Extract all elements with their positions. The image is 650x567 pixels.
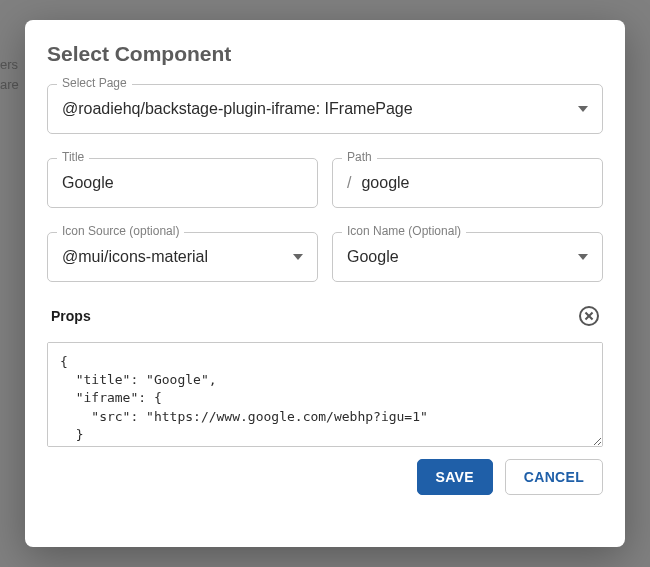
path-field: Path / <box>332 158 603 208</box>
props-header: Props <box>47 306 603 326</box>
path-prefix: / <box>347 174 351 192</box>
modal-actions: SAVE CANCEL <box>47 459 603 495</box>
modal-title: Select Component <box>47 42 603 66</box>
icon-source-dropdown[interactable]: @mui/icons-material <box>47 232 318 282</box>
select-page-dropdown[interactable]: @roadiehq/backstage-plugin-iframe: IFram… <box>47 84 603 134</box>
select-page-field: Select Page @roadiehq/backstage-plugin-i… <box>47 84 603 134</box>
icon-name-dropdown[interactable]: Google <box>332 232 603 282</box>
select-page-value: @roadiehq/backstage-plugin-iframe: IFram… <box>62 100 413 118</box>
icon-name-label: Icon Name (Optional) <box>342 224 466 238</box>
select-page-label: Select Page <box>57 76 132 90</box>
select-component-modal: Select Component Select Page @roadiehq/b… <box>25 20 625 547</box>
props-textarea[interactable] <box>47 342 603 447</box>
icon-source-field: Icon Source (optional) @mui/icons-materi… <box>47 232 318 282</box>
cancel-button[interactable]: CANCEL <box>505 459 603 495</box>
close-icon[interactable] <box>579 306 599 326</box>
path-input[interactable] <box>361 174 588 192</box>
props-label: Props <box>51 308 91 324</box>
title-field: Title <box>47 158 318 208</box>
title-label: Title <box>57 150 89 164</box>
title-input[interactable] <box>62 174 303 192</box>
icon-source-label: Icon Source (optional) <box>57 224 184 238</box>
icon-name-field: Icon Name (Optional) Google <box>332 232 603 282</box>
icon-source-value: @mui/icons-material <box>62 248 208 266</box>
path-label: Path <box>342 150 377 164</box>
icon-name-value: Google <box>347 248 399 266</box>
save-button[interactable]: SAVE <box>417 459 493 495</box>
backdrop-obscured-text: ers are <box>0 55 19 94</box>
chevron-down-icon <box>578 106 588 112</box>
chevron-down-icon <box>578 254 588 260</box>
chevron-down-icon <box>293 254 303 260</box>
